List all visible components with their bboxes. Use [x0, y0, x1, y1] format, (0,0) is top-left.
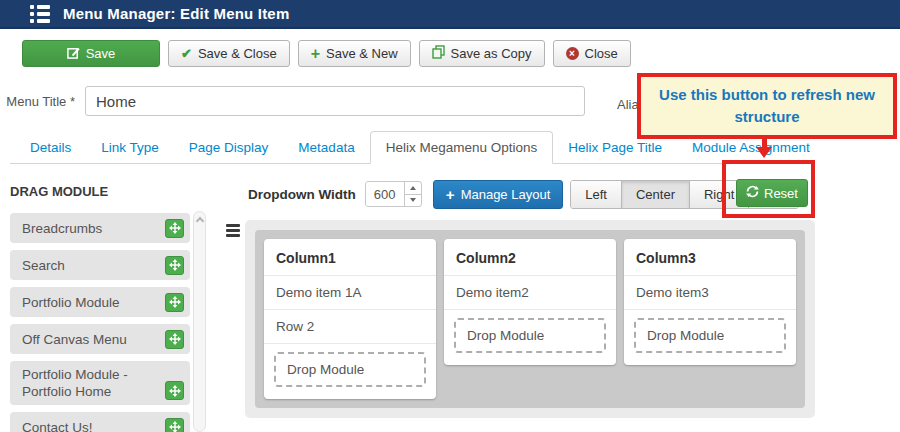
megamenu-column-3: Column3 Demo item3 Drop Module [624, 239, 796, 365]
manage-layout-button[interactable]: + Manage Layout [433, 180, 563, 209]
column-title: Column2 [444, 239, 616, 276]
megamenu-builder: Column1 Demo item 1A Row 2 Drop Module C… [245, 220, 815, 418]
tab-helix-megamenu-options[interactable]: Helix Megamenu Options [370, 131, 554, 164]
close-icon: × [566, 47, 579, 60]
tab-link-type[interactable]: Link Type [86, 132, 174, 163]
move-icon[interactable] [165, 330, 184, 349]
drop-module-zone[interactable]: Drop Module [454, 318, 606, 353]
module-item-contact-us[interactable]: Contact Us! [10, 412, 190, 432]
module-item-portfolio-home[interactable]: Portfolio Module - Portfolio Home [10, 361, 190, 405]
annotation-arrow-head [756, 147, 772, 158]
megamenu-row: Column1 Demo item 1A Row 2 Drop Module C… [255, 230, 805, 408]
check-icon: ✔ [181, 46, 192, 61]
menu-item[interactable]: Demo item3 [624, 276, 796, 310]
save-icon [67, 46, 80, 62]
module-item-portfolio-module[interactable]: Portfolio Module [10, 287, 190, 317]
move-icon[interactable] [165, 219, 184, 238]
annotation-callout: Use this button to refresh new structure [637, 73, 897, 139]
tab-metadata[interactable]: Metadata [283, 132, 369, 163]
dropdown-width-stepper [365, 181, 422, 207]
save-and-close-button[interactable]: ✔ Save & Close [168, 40, 290, 67]
drop-module-zone[interactable]: Drop Module [634, 318, 786, 353]
align-left-button[interactable]: Left [571, 181, 622, 208]
move-icon[interactable] [165, 293, 184, 312]
menu-title-label: Menu Title * [0, 94, 85, 109]
refresh-icon [746, 185, 759, 201]
dropdown-width-label: Dropdown Width [248, 187, 356, 202]
tab-page-display[interactable]: Page Display [174, 132, 284, 163]
move-icon[interactable] [165, 256, 184, 275]
column-title: Column1 [264, 239, 436, 276]
sidebar-scrollbar[interactable] [193, 211, 206, 432]
drop-module-zone[interactable]: Drop Module [274, 352, 426, 387]
stepper-buttons [404, 182, 421, 206]
menu-item[interactable]: Row 2 [264, 310, 436, 344]
save-as-copy-button[interactable]: Save as Copy [419, 40, 545, 67]
align-center-button[interactable]: Center [622, 181, 690, 208]
menu-title-input[interactable] [85, 86, 585, 116]
scroll-up-icon[interactable] [195, 217, 203, 225]
column-title: Column3 [624, 239, 796, 276]
move-icon[interactable] [165, 381, 184, 400]
page-title: Menu Manager: Edit Menu Item [63, 5, 289, 22]
save-button[interactable]: Save [22, 40, 160, 67]
page: Menu Manager: Edit Menu Item Save ✔ Save… [0, 0, 900, 432]
menu-item[interactable]: Demo item2 [444, 276, 616, 310]
plus-icon: + [446, 188, 455, 201]
module-item-breadcrumbs[interactable]: Breadcrumbs [10, 213, 190, 243]
toolbar: Save ✔ Save & Close + Save & New Save as… [0, 29, 900, 75]
reset-button[interactable]: Reset [736, 179, 808, 207]
save-and-new-button[interactable]: + Save & New [298, 40, 411, 67]
megamenu-column-1: Column1 Demo item 1A Row 2 Drop Module [264, 239, 436, 399]
megamenu-column-2: Column2 Demo item2 Drop Module [444, 239, 616, 365]
tab-details[interactable]: Details [15, 132, 86, 163]
plus-icon: + [311, 47, 320, 60]
dropdown-width-input[interactable] [366, 182, 404, 206]
copy-icon [432, 45, 445, 62]
menu-item[interactable]: Demo item 1A [264, 276, 436, 310]
drag-handle-icon[interactable] [226, 224, 240, 239]
header-bar: Menu Manager: Edit Menu Item [0, 0, 900, 29]
module-item-search[interactable]: Search [10, 250, 190, 280]
menu-manager-icon [30, 5, 50, 23]
close-button[interactable]: × Close [553, 40, 631, 67]
drag-module-heading: DRAG MODULE [10, 184, 225, 199]
module-list: Breadcrumbs Search Portfolio Module [10, 213, 190, 432]
module-item-off-canvas-menu[interactable]: Off Canvas Menu [10, 324, 190, 354]
step-up-icon[interactable] [405, 182, 421, 194]
move-icon[interactable] [165, 418, 184, 432]
step-down-icon[interactable] [405, 194, 421, 207]
